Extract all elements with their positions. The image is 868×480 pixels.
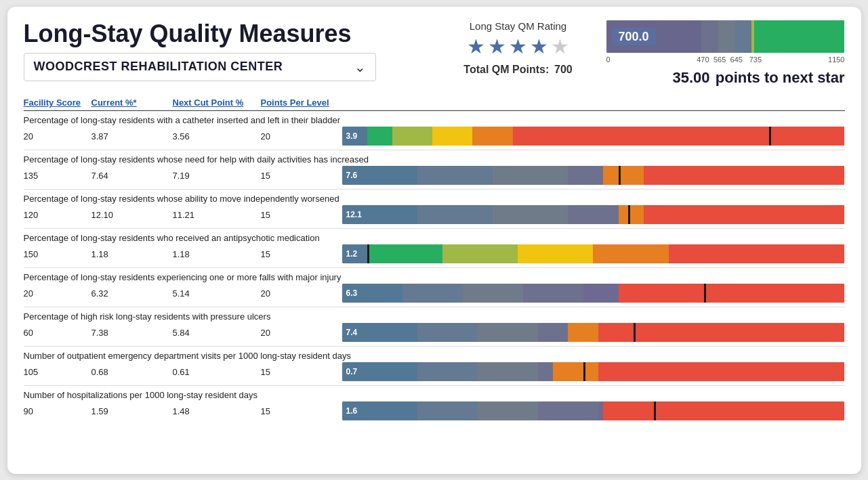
gauge-seg-5	[754, 20, 845, 53]
val-points-7: 15	[261, 406, 342, 416]
val-facility-3: 150	[24, 249, 91, 259]
val-points-2: 15	[261, 210, 342, 220]
measure-values-2: 12012.1011.211512.1	[24, 205, 845, 224]
val-facility-2: 120	[24, 210, 91, 220]
measure-values-3: 1501.181.18151.2	[24, 244, 845, 263]
measure-values-5: 607.385.84207.4	[24, 323, 845, 342]
points-to-next-label: points to next star	[716, 69, 845, 86]
measure-chart-7: 1.6	[342, 401, 845, 420]
val-current-4: 6.32	[91, 288, 173, 299]
points-to-next: 35.00 points to next star	[606, 69, 845, 87]
measure-chart-6: 0.7	[342, 362, 845, 381]
rating-label: Long Stay QM Rating	[444, 20, 593, 32]
measures-container: Percentage of long-stay residents with a…	[24, 115, 845, 420]
val-current-5: 7.38	[91, 328, 173, 338]
chart-cell-4: 6.3	[342, 284, 845, 303]
val-points-3: 15	[261, 249, 342, 259]
chart-value-label-1: 7.6	[346, 171, 358, 180]
chart-seg-6-4	[598, 362, 845, 381]
current-bar-4	[342, 284, 619, 303]
tick-470: 470	[697, 56, 709, 64]
tick-0: 0	[606, 56, 611, 64]
header-section: Long-Stay Quality Measures WOODCREST REH…	[24, 20, 845, 87]
chart-cell-7: 1.6	[342, 401, 845, 420]
val-current-2: 12.10	[91, 210, 173, 220]
chart-cell-1: 7.6	[342, 166, 845, 185]
measure-row-7: Number of hospitalizations per 1000 long…	[24, 390, 845, 420]
measure-chart-2: 12.1	[342, 205, 845, 224]
current-bar-2	[342, 205, 619, 224]
measure-row-1: Percentage of long-stay residents whose …	[24, 154, 845, 190]
measure-values-4: 206.325.14206.3	[24, 284, 845, 303]
divider-1	[24, 189, 845, 190]
chart-seg-3-1	[442, 244, 518, 263]
total-qm-value: 700	[554, 64, 573, 75]
col-header-facility[interactable]: Facility Score	[24, 97, 91, 108]
chart-needle-4	[704, 284, 706, 303]
col-header-points[interactable]: Points Per Level	[261, 97, 342, 108]
chart-seg-3-2	[518, 244, 593, 263]
measure-row-5: Percentage of high risk long-stay reside…	[24, 311, 845, 347]
current-bar-7	[342, 401, 604, 420]
val-nextcut-2: 11.21	[173, 210, 261, 220]
chart-seg-0-1	[392, 127, 432, 146]
measure-desc-2: Percentage of long-stay residents whose …	[24, 194, 845, 204]
tick-645: 645	[730, 56, 743, 64]
page-title: Long-Stay Quality Measures	[24, 20, 430, 47]
chart-needle-6	[583, 362, 585, 381]
chart-cell-3: 1.2	[342, 244, 845, 263]
chart-seg-2-4	[644, 205, 845, 224]
star-3: ★	[509, 35, 527, 58]
facility-name: WOODCREST REHABILITATION CENTER	[34, 60, 348, 74]
chart-needle-0	[769, 127, 771, 146]
col-header-nextcut[interactable]: Next Cut Point %	[173, 97, 261, 108]
total-qm-points: Total QM Points: 700	[444, 64, 593, 76]
chart-needle-3	[367, 244, 369, 263]
measure-values-6: 1050.680.61150.7	[24, 362, 845, 381]
val-points-0: 20	[261, 131, 342, 141]
current-bar-5	[342, 323, 569, 342]
star-1: ★	[467, 35, 485, 58]
chart-seg-0-2	[432, 127, 472, 146]
facility-selector[interactable]: WOODCREST REHABILITATION CENTER ⌄	[24, 53, 376, 81]
star-5: ★	[551, 35, 569, 58]
val-nextcut-4: 5.14	[173, 288, 261, 299]
chart-seg-3-3	[593, 244, 668, 263]
divider-0	[24, 150, 845, 150]
divider-3	[24, 267, 845, 268]
val-nextcut-1: 7.19	[173, 171, 261, 181]
chart-seg-3-4	[669, 244, 845, 263]
gauge-bar: 700.0	[606, 20, 845, 53]
chart-cell-5: 7.4	[342, 323, 845, 342]
measure-row-2: Percentage of long-stay residents whose …	[24, 194, 845, 229]
table-section: Facility Score Current %* Next Cut Point…	[24, 97, 845, 420]
measure-desc-5: Percentage of high risk long-stay reside…	[24, 311, 845, 322]
col-header-chart	[342, 97, 845, 108]
col-header-current[interactable]: Current %*	[91, 97, 173, 108]
chart-value-label-4: 6.3	[346, 288, 358, 298]
val-nextcut-0: 3.56	[173, 131, 261, 141]
chart-needle-2	[628, 205, 630, 224]
divider-2	[24, 228, 845, 229]
tick-735: 735	[749, 56, 762, 64]
measure-desc-6: Number of outpatient emergency departmen…	[24, 351, 845, 361]
rating-block: Long Stay QM Rating ★ ★ ★ ★ ★ Total QM P…	[444, 20, 593, 76]
measure-row-6: Number of outpatient emergency departmen…	[24, 351, 845, 386]
stars-row: ★ ★ ★ ★ ★	[444, 35, 593, 58]
measure-chart-0: 3.9	[342, 127, 845, 146]
measure-row-0: Percentage of long-stay residents with a…	[24, 115, 845, 150]
chart-value-label-5: 7.4	[346, 328, 358, 337]
val-facility-6: 105	[24, 367, 91, 377]
chart-cell-2: 12.1	[342, 205, 845, 224]
val-facility-5: 60	[24, 328, 91, 338]
gauge-value: 700.0	[612, 28, 656, 45]
chart-seg-7-4	[598, 401, 845, 420]
chart-seg-0-4	[513, 127, 845, 146]
val-points-4: 20	[261, 288, 342, 299]
val-current-6: 0.68	[91, 367, 173, 377]
val-current-3: 1.18	[91, 249, 173, 259]
chart-value-label-7: 1.6	[346, 406, 358, 416]
measure-desc-3: Percentage of long-stay residents who re…	[24, 233, 845, 243]
chart-needle-1	[619, 166, 621, 185]
measure-row-4: Percentage of long-stay residents experi…	[24, 272, 845, 307]
